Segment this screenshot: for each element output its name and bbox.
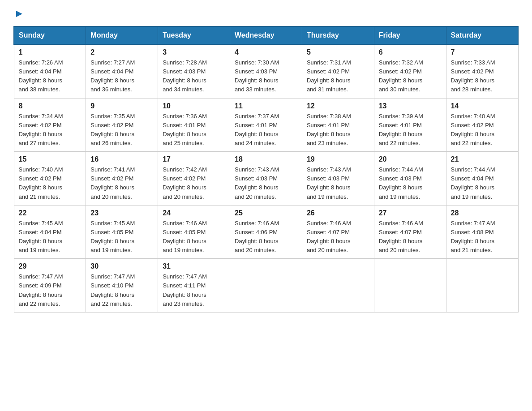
calendar-day-cell: 10Sunrise: 7:36 AMSunset: 4:01 PMDayligh… <box>158 98 230 152</box>
empty-cell <box>374 259 446 313</box>
header-friday: Friday <box>374 26 446 44</box>
day-info: Sunrise: 7:47 AMSunset: 4:08 PMDaylight:… <box>451 219 514 255</box>
calendar-body: 1Sunrise: 7:26 AMSunset: 4:04 PMDaylight… <box>14 44 518 312</box>
day-number: 21 <box>451 155 514 163</box>
calendar-day-cell: 30Sunrise: 7:47 AMSunset: 4:10 PMDayligh… <box>86 259 158 313</box>
day-info: Sunrise: 7:47 AMSunset: 4:11 PMDaylight:… <box>163 272 225 308</box>
day-info: Sunrise: 7:45 AMSunset: 4:05 PMDaylight:… <box>90 219 153 255</box>
day-number: 23 <box>90 209 153 217</box>
day-info: Sunrise: 7:34 AMSunset: 4:02 PMDaylight:… <box>19 112 82 148</box>
day-number: 12 <box>307 102 369 110</box>
header-tuesday: Tuesday <box>158 26 230 44</box>
day-info: Sunrise: 7:46 AMSunset: 4:05 PMDaylight:… <box>163 219 225 255</box>
day-info: Sunrise: 7:35 AMSunset: 4:02 PMDaylight:… <box>90 112 153 148</box>
calendar-day-cell: 7Sunrise: 7:33 AMSunset: 4:02 PMDaylight… <box>446 44 518 98</box>
day-info: Sunrise: 7:33 AMSunset: 4:02 PMDaylight:… <box>451 58 514 94</box>
day-info: Sunrise: 7:38 AMSunset: 4:01 PMDaylight:… <box>307 112 369 148</box>
calendar-day-cell: 13Sunrise: 7:39 AMSunset: 4:01 PMDayligh… <box>374 98 446 152</box>
day-number: 8 <box>19 102 82 110</box>
day-info: Sunrise: 7:42 AMSunset: 4:02 PMDaylight:… <box>163 165 225 201</box>
calendar-day-cell: 14Sunrise: 7:40 AMSunset: 4:02 PMDayligh… <box>446 98 518 152</box>
calendar-header: Sunday Monday Tuesday Wednesday Thursday… <box>14 26 518 44</box>
day-number: 16 <box>90 155 153 163</box>
day-info: Sunrise: 7:46 AMSunset: 4:07 PMDaylight:… <box>307 219 369 255</box>
empty-cell <box>302 259 374 313</box>
calendar-day-cell: 31Sunrise: 7:47 AMSunset: 4:11 PMDayligh… <box>158 259 230 313</box>
calendar-day-cell: 1Sunrise: 7:26 AMSunset: 4:04 PMDaylight… <box>14 44 86 98</box>
calendar-day-cell: 16Sunrise: 7:41 AMSunset: 4:02 PMDayligh… <box>86 152 158 206</box>
calendar-day-cell: 19Sunrise: 7:43 AMSunset: 4:03 PMDayligh… <box>302 152 374 206</box>
logo <box>13 9 24 19</box>
header <box>13 9 519 19</box>
day-number: 22 <box>19 209 82 217</box>
calendar-day-cell: 25Sunrise: 7:46 AMSunset: 4:06 PMDayligh… <box>230 205 302 259</box>
day-number: 13 <box>379 102 442 110</box>
day-info: Sunrise: 7:31 AMSunset: 4:02 PMDaylight:… <box>307 58 369 94</box>
day-number: 31 <box>163 262 225 270</box>
calendar-day-cell: 27Sunrise: 7:46 AMSunset: 4:07 PMDayligh… <box>374 205 446 259</box>
day-number: 10 <box>163 102 225 110</box>
header-monday: Monday <box>86 26 158 44</box>
day-number: 1 <box>19 48 82 56</box>
day-number: 30 <box>90 262 153 270</box>
day-info: Sunrise: 7:40 AMSunset: 4:02 PMDaylight:… <box>451 112 514 148</box>
day-info: Sunrise: 7:40 AMSunset: 4:02 PMDaylight:… <box>19 165 82 201</box>
calendar-day-cell: 28Sunrise: 7:47 AMSunset: 4:08 PMDayligh… <box>446 205 518 259</box>
day-info: Sunrise: 7:44 AMSunset: 4:04 PMDaylight:… <box>451 165 514 201</box>
day-info: Sunrise: 7:46 AMSunset: 4:07 PMDaylight:… <box>379 219 442 255</box>
calendar-day-cell: 4Sunrise: 7:30 AMSunset: 4:03 PMDaylight… <box>230 44 302 98</box>
day-info: Sunrise: 7:41 AMSunset: 4:02 PMDaylight:… <box>90 165 153 201</box>
calendar-day-cell: 23Sunrise: 7:45 AMSunset: 4:05 PMDayligh… <box>86 205 158 259</box>
calendar-day-cell: 12Sunrise: 7:38 AMSunset: 4:01 PMDayligh… <box>302 98 374 152</box>
calendar-week-row: 1Sunrise: 7:26 AMSunset: 4:04 PMDaylight… <box>14 44 518 98</box>
calendar-week-row: 15Sunrise: 7:40 AMSunset: 4:02 PMDayligh… <box>14 152 518 206</box>
calendar-week-row: 22Sunrise: 7:45 AMSunset: 4:04 PMDayligh… <box>14 205 518 259</box>
day-number: 5 <box>307 48 369 56</box>
logo-arrow-icon <box>14 9 24 19</box>
calendar-table: Sunday Monday Tuesday Wednesday Thursday… <box>13 26 519 313</box>
day-number: 2 <box>90 48 153 56</box>
day-info: Sunrise: 7:43 AMSunset: 4:03 PMDaylight:… <box>307 165 369 201</box>
day-number: 3 <box>163 48 225 56</box>
calendar-week-row: 8Sunrise: 7:34 AMSunset: 4:02 PMDaylight… <box>14 98 518 152</box>
day-number: 25 <box>235 209 297 217</box>
header-saturday: Saturday <box>446 26 518 44</box>
day-number: 4 <box>235 48 297 56</box>
calendar-day-cell: 21Sunrise: 7:44 AMSunset: 4:04 PMDayligh… <box>446 152 518 206</box>
day-number: 20 <box>379 155 442 163</box>
calendar-day-cell: 8Sunrise: 7:34 AMSunset: 4:02 PMDaylight… <box>14 98 86 152</box>
day-info: Sunrise: 7:37 AMSunset: 4:01 PMDaylight:… <box>235 112 297 148</box>
calendar-day-cell: 18Sunrise: 7:43 AMSunset: 4:03 PMDayligh… <box>230 152 302 206</box>
calendar-day-cell: 5Sunrise: 7:31 AMSunset: 4:02 PMDaylight… <box>302 44 374 98</box>
calendar-day-cell: 15Sunrise: 7:40 AMSunset: 4:02 PMDayligh… <box>14 152 86 206</box>
calendar-week-row: 29Sunrise: 7:47 AMSunset: 4:09 PMDayligh… <box>14 259 518 313</box>
day-info: Sunrise: 7:36 AMSunset: 4:01 PMDaylight:… <box>163 112 225 148</box>
calendar-day-cell: 24Sunrise: 7:46 AMSunset: 4:05 PMDayligh… <box>158 205 230 259</box>
day-info: Sunrise: 7:47 AMSunset: 4:09 PMDaylight:… <box>19 272 82 308</box>
header-thursday: Thursday <box>302 26 374 44</box>
calendar-day-cell: 11Sunrise: 7:37 AMSunset: 4:01 PMDayligh… <box>230 98 302 152</box>
day-info: Sunrise: 7:27 AMSunset: 4:04 PMDaylight:… <box>90 58 153 94</box>
day-info: Sunrise: 7:46 AMSunset: 4:06 PMDaylight:… <box>235 219 297 255</box>
day-info: Sunrise: 7:32 AMSunset: 4:02 PMDaylight:… <box>379 58 442 94</box>
day-number: 24 <box>163 209 225 217</box>
day-number: 17 <box>163 155 225 163</box>
header-wednesday: Wednesday <box>230 26 302 44</box>
svg-marker-0 <box>16 11 22 17</box>
day-number: 11 <box>235 102 297 110</box>
day-info: Sunrise: 7:44 AMSunset: 4:03 PMDaylight:… <box>379 165 442 201</box>
day-number: 19 <box>307 155 369 163</box>
calendar-day-cell: 22Sunrise: 7:45 AMSunset: 4:04 PMDayligh… <box>14 205 86 259</box>
day-number: 7 <box>451 48 514 56</box>
day-info: Sunrise: 7:47 AMSunset: 4:10 PMDaylight:… <box>90 272 153 308</box>
day-info: Sunrise: 7:28 AMSunset: 4:03 PMDaylight:… <box>163 58 225 94</box>
day-info: Sunrise: 7:45 AMSunset: 4:04 PMDaylight:… <box>19 219 82 255</box>
day-number: 18 <box>235 155 297 163</box>
calendar-day-cell: 9Sunrise: 7:35 AMSunset: 4:02 PMDaylight… <box>86 98 158 152</box>
calendar-day-cell: 29Sunrise: 7:47 AMSunset: 4:09 PMDayligh… <box>14 259 86 313</box>
day-number: 14 <box>451 102 514 110</box>
calendar-day-cell: 2Sunrise: 7:27 AMSunset: 4:04 PMDaylight… <box>86 44 158 98</box>
day-number: 26 <box>307 209 369 217</box>
day-number: 15 <box>19 155 82 163</box>
calendar-day-cell: 3Sunrise: 7:28 AMSunset: 4:03 PMDaylight… <box>158 44 230 98</box>
